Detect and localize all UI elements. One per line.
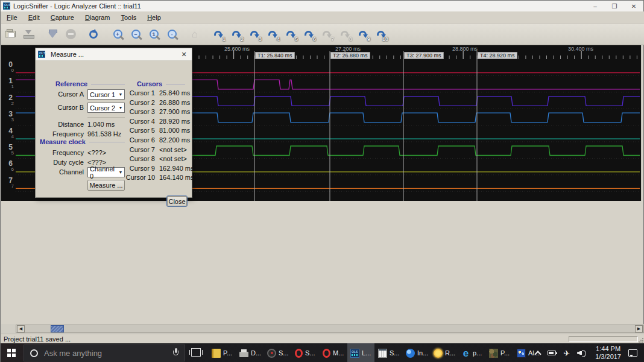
windows-logo-icon bbox=[7, 349, 16, 357]
action-center-icon[interactable] bbox=[628, 349, 637, 357]
minimize-button[interactable]: – bbox=[586, 1, 605, 11]
taskbar-app-ols[interactable]: L... bbox=[347, 343, 374, 362]
menu-tools[interactable]: Tools bbox=[115, 13, 142, 22]
scroll-left-arrow[interactable]: ◀ bbox=[17, 325, 25, 332]
tray-expand-icon[interactable] bbox=[535, 351, 541, 357]
goto-cursor-3-button[interactable]: 3 bbox=[245, 26, 263, 43]
toolbar: +−1◦⌂12345678910 bbox=[1, 24, 644, 45]
restore-button[interactable]: ❐ bbox=[605, 1, 624, 11]
dialog-title: Measure ... bbox=[51, 51, 84, 58]
tray-time: 1:44 PM bbox=[595, 345, 621, 353]
close-dialog-button[interactable]: Close bbox=[167, 196, 187, 206]
taskbar-app-notebook[interactable]: P... bbox=[209, 343, 236, 362]
status-bar: Project trial11 saved ... bbox=[1, 334, 644, 343]
sun-icon bbox=[434, 349, 443, 358]
battery-icon[interactable] bbox=[548, 351, 556, 355]
notebook-icon bbox=[212, 349, 221, 358]
cursor-name: Cursor 5 bbox=[108, 127, 155, 134]
status-progress-field bbox=[569, 336, 638, 342]
curved-arrow-icon bbox=[268, 31, 276, 36]
app-logo-icon bbox=[3, 2, 10, 10]
channel-4-sublabel: 4 bbox=[1, 134, 14, 139]
curved-arrow-icon bbox=[323, 31, 330, 36]
menu-diagram[interactable]: Diagram bbox=[80, 13, 116, 22]
zoom-in-button[interactable]: + bbox=[109, 26, 127, 43]
taskbar-app-label: R... bbox=[445, 349, 455, 357]
cortana-icon bbox=[30, 349, 38, 357]
taskbar-app-sun[interactable]: R... bbox=[431, 343, 458, 362]
system-tray: ✈ 1:44 PM 1/3/2017 bbox=[535, 343, 644, 362]
resize-grip[interactable] bbox=[639, 338, 643, 343]
cursor-list-row: Cursor 125.840 ms bbox=[36, 89, 193, 100]
network-icon[interactable]: ✈ bbox=[563, 349, 570, 358]
taskbar: Ask me anything P...D...S...S...M...L...… bbox=[1, 343, 644, 362]
wheel-icon bbox=[267, 349, 276, 358]
taskbar-app-camo[interactable]: P... bbox=[486, 343, 513, 362]
menu-capture[interactable]: Capture bbox=[45, 13, 80, 22]
taskbar-app-label: L... bbox=[362, 349, 371, 357]
task-view-button[interactable] bbox=[191, 348, 201, 357]
goto-cursor-4-button[interactable]: 4 bbox=[263, 26, 281, 43]
app-window: LogicSniffer - Logic Analyzer Client :: … bbox=[0, 0, 644, 362]
channel-6-sublabel: 6 bbox=[1, 167, 14, 172]
cursor-list-row: Cursor 226.880 ms bbox=[36, 99, 193, 109]
scroll-right-arrow[interactable]: ▶ bbox=[635, 325, 643, 332]
measure-dialog: Measure ... ✕ Reference Cursor A Cursor … bbox=[35, 48, 192, 198]
taskbar-app-wheel[interactable]: S... bbox=[264, 343, 291, 362]
cursor-flag-1[interactable]: T1: 25.840 ms bbox=[255, 52, 295, 59]
start-button[interactable] bbox=[1, 343, 22, 362]
goto-cursor-10-button[interactable]: 10 bbox=[371, 26, 390, 43]
goto-cursor-6-button[interactable]: 6 bbox=[299, 26, 317, 43]
cursor-flag-2[interactable]: T2: 26.880 ms bbox=[330, 52, 370, 59]
cursor-value: 82.200 ms bbox=[159, 136, 190, 144]
curved-arrow-icon bbox=[341, 31, 349, 36]
goto-cursor-2-button[interactable]: 2 bbox=[227, 26, 245, 43]
channel-0-sublabel: 0 bbox=[1, 68, 14, 73]
goto-cursor-9-button[interactable]: 9 bbox=[353, 26, 371, 43]
taskbar-app-printer[interactable]: D... bbox=[236, 343, 264, 362]
channel-3-sublabel: 3 bbox=[1, 117, 14, 122]
dialog-close-icon[interactable]: ✕ bbox=[176, 51, 192, 59]
taskbar-app-label: P... bbox=[223, 349, 232, 357]
taskbar-app-label: D... bbox=[251, 349, 261, 357]
menu-edit[interactable]: Edit bbox=[23, 13, 45, 22]
curved-arrow-icon bbox=[359, 31, 367, 36]
goto-cursor-1-button[interactable]: 1 bbox=[209, 26, 227, 43]
clock[interactable]: 1:44 PM 1/3/2017 bbox=[595, 345, 621, 361]
channel-1-sublabel: 1 bbox=[1, 84, 14, 89]
curved-arrow-icon bbox=[305, 31, 312, 36]
curved-arrow-icon bbox=[250, 31, 258, 36]
cursor-list-row: Cursor 9162.940 ms bbox=[36, 165, 193, 175]
zoom-fit-button[interactable]: ◦ bbox=[163, 26, 181, 43]
scrollbar-thumb[interactable] bbox=[51, 325, 64, 332]
close-button[interactable]: ✕ bbox=[624, 1, 643, 11]
taskbar-app-edge[interactable]: ep... bbox=[458, 343, 485, 362]
open-button[interactable] bbox=[1, 26, 19, 43]
cursor-flag-4[interactable]: T4: 28.920 ms bbox=[478, 52, 517, 59]
menu-file[interactable]: File bbox=[1, 13, 23, 22]
begin-capture-button[interactable] bbox=[43, 26, 62, 43]
taskbar-app-calculator[interactable]: S... bbox=[375, 343, 402, 362]
taskbar-app-opera[interactable]: M... bbox=[320, 343, 347, 362]
save-button[interactable] bbox=[19, 26, 37, 43]
ruler-time-label: 25.600 ms bbox=[218, 46, 256, 52]
stop-capture-button bbox=[62, 26, 80, 43]
volume-icon[interactable] bbox=[577, 349, 587, 357]
goto-cursor-5-button[interactable]: 5 bbox=[281, 26, 299, 43]
repeat-capture-button[interactable] bbox=[84, 26, 103, 43]
taskbar-app-label: In... bbox=[417, 349, 428, 357]
ols-icon bbox=[350, 349, 359, 358]
scrollbar-track[interactable]: ◀ ▶ bbox=[16, 325, 644, 333]
search-input[interactable]: Ask me anything bbox=[24, 345, 185, 361]
microphone-icon[interactable] bbox=[173, 348, 178, 357]
menu-help[interactable]: Help bbox=[142, 13, 166, 22]
zoom-original-button[interactable]: 1 bbox=[145, 26, 163, 43]
taskbar-app-opera[interactable]: S... bbox=[292, 343, 319, 362]
go-home-button: ⌂ bbox=[186, 26, 204, 43]
cursor-flag-3[interactable]: T3: 27.900 ms bbox=[404, 52, 444, 59]
cursor-value: 28.920 ms bbox=[159, 118, 190, 125]
dialog-title-bar[interactable]: Measure ... ✕ bbox=[36, 48, 192, 61]
zoom-out-button[interactable]: − bbox=[127, 26, 145, 43]
ruler-time-label: 30.400 ms bbox=[561, 46, 600, 52]
taskbar-app-globe[interactable]: In... bbox=[403, 343, 430, 362]
